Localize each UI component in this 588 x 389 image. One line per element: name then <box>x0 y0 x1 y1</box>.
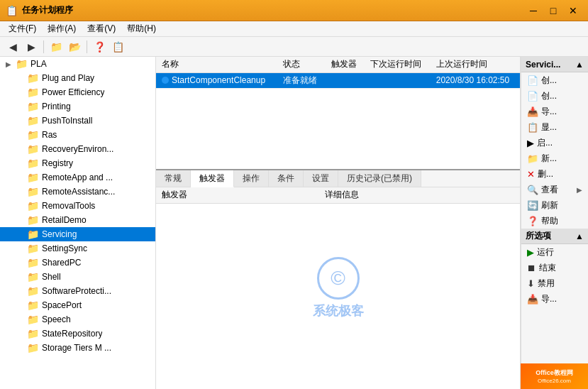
window-controls: ─ □ ✕ <box>524 3 582 18</box>
task-name: StartComponentCleanup <box>172 75 265 85</box>
minimize-button[interactable]: ─ <box>524 3 543 18</box>
task-next-run <box>365 72 431 89</box>
right-action-create1[interactable]: 📄 创... <box>521 72 588 88</box>
sidebar-item-15[interactable]: 📁 SoftwareProtecti... <box>0 284 155 298</box>
sidebar-label-4: Ras <box>42 130 57 140</box>
sidebar-label-3: PushToInstall <box>42 116 92 126</box>
maximize-button[interactable]: □ <box>544 3 562 18</box>
sidebar-item-11[interactable]: 📁 Servicing <box>0 227 155 241</box>
right-action-import[interactable]: 📥 导... <box>521 104 588 119</box>
tab-conditions[interactable]: 条件 <box>269 170 304 187</box>
folder-icon: 📁 <box>27 158 39 169</box>
status-dot <box>162 77 169 84</box>
sidebar-item-16[interactable]: 📁 SpacePort <box>0 298 155 312</box>
back-button[interactable]: ◀ <box>4 39 21 55</box>
folder-icon: 📁 <box>27 285 39 297</box>
sidebar-item-2[interactable]: 📁 Printing <box>0 99 155 114</box>
col-name[interactable]: 名称 <box>156 57 277 72</box>
create1-icon: 📄 <box>527 75 538 86</box>
disable-icon: ⬇ <box>527 278 535 289</box>
main-container: ▶ 📁 PLA 📁 Plug and Play 📁 Power Efficien… <box>0 57 588 389</box>
right-action-create2[interactable]: 📄 创... <box>521 88 588 104</box>
sidebar-item-12[interactable]: 📁 SettingSync <box>0 241 155 256</box>
col-last-run[interactable]: 上次运行时间 <box>431 57 520 72</box>
tab-history[interactable]: 历史记录(已禁用) <box>338 170 421 187</box>
sidebar-label-19: Storage Tiers M ... <box>42 343 111 353</box>
folder-icon: 📁 <box>16 58 28 70</box>
right-section-title-2: 所选项 <box>526 230 551 242</box>
refresh-label: 刷新 <box>541 199 558 212</box>
right-action-end[interactable]: ⏹ 结束 <box>521 260 588 275</box>
sidebar-item-9[interactable]: 📁 RemovalTools <box>0 199 155 213</box>
sidebar-item-0[interactable]: 📁 Plug and Play <box>0 71 155 85</box>
sidebar-item-17[interactable]: 📁 Speech <box>0 312 155 327</box>
bottom-watermark: Office教程网 Office26.com <box>521 363 588 389</box>
right-action-view[interactable]: 🔍 查看 ▶ <box>521 182 588 197</box>
right-action-help[interactable]: ❓ 帮助 <box>521 213 588 229</box>
sidebar-item-10[interactable]: 📁 RetailDemo <box>0 213 155 227</box>
sidebar-root-pla[interactable]: ▶ 📁 PLA <box>0 57 155 71</box>
sidebar-item-18[interactable]: 📁 StateRepository <box>0 327 155 341</box>
sidebar-item-5[interactable]: 📁 RecoveryEnviron... <box>0 142 155 156</box>
tab-settings[interactable]: 设置 <box>304 170 338 187</box>
detail-table-container[interactable]: 触发器 详细信息 © 系统极客 <box>156 187 520 389</box>
right-action-run[interactable]: ▶ 运行 <box>521 244 588 260</box>
folder2-button[interactable]: 📂 <box>66 39 83 55</box>
sidebar-item-3[interactable]: 📁 PushToInstall <box>0 114 155 128</box>
show-label: 显... <box>541 121 557 133</box>
sidebar-item-4[interactable]: 📁 Ras <box>0 128 155 142</box>
folder-icon: 📁 <box>27 257 39 268</box>
right-action-enable[interactable]: ▶ 启... <box>521 135 588 150</box>
right-action-show[interactable]: 📋 显... <box>521 119 588 135</box>
tab-triggers[interactable]: 触发器 <box>191 170 234 187</box>
right-action-export[interactable]: 📥 导... <box>521 291 588 307</box>
folder-button[interactable]: 📁 <box>48 39 65 55</box>
watermark: © 系统极客 <box>313 257 364 319</box>
right-action-disable[interactable]: ⬇ 禁用 <box>521 275 588 291</box>
close-button[interactable]: ✕ <box>564 3 582 18</box>
view-label: 查看 <box>541 184 558 196</box>
col-trigger[interactable]: 触发器 <box>326 57 365 72</box>
sidebar-item-19[interactable]: 📁 Storage Tiers M ... <box>0 341 155 355</box>
detail-col-detail[interactable]: 详细信息 <box>319 187 520 203</box>
menu-help[interactable]: 帮助(H) <box>121 21 162 36</box>
sidebar-label-1: Power Efficiency <box>42 87 104 97</box>
detail-button[interactable]: 📋 <box>109 39 126 55</box>
sidebar-item-7[interactable]: 📁 RemoteApp and ... <box>0 170 155 185</box>
import-label: 导... <box>541 106 557 118</box>
tab-actions[interactable]: 操作 <box>234 170 269 187</box>
tab-general[interactable]: 常规 <box>156 170 191 187</box>
folder-icon: 📁 <box>27 101 39 112</box>
detail-col-trigger[interactable]: 触发器 <box>156 187 319 203</box>
folder-icon: 📁 <box>27 129 39 141</box>
watermark-url: Office26.com <box>536 378 573 384</box>
right-action-new[interactable]: 📁 新... <box>521 150 588 166</box>
folder-icon: 📁 <box>27 115 39 126</box>
right-action-delete[interactable]: ✕ 删... <box>521 166 588 182</box>
folder-icon: 📁 <box>27 87 39 98</box>
col-status[interactable]: 状态 <box>277 57 326 72</box>
right-action-refresh[interactable]: 🔄 刷新 <box>521 197 588 213</box>
help-button[interactable]: ❓ <box>91 39 108 55</box>
sidebar-item-13[interactable]: 📁 SharedPC <box>0 256 155 270</box>
new-icon: 📁 <box>527 153 538 164</box>
new-label: 新... <box>541 153 557 165</box>
col-next-run[interactable]: 下次运行时间 <box>365 57 431 72</box>
sidebar-label-0: Plug and Play <box>42 73 94 83</box>
sidebar-item-8[interactable]: 📁 RemoteAssistanc... <box>0 185 155 199</box>
enable-label: 启... <box>537 137 553 149</box>
task-status: 准备就绪 <box>277 72 326 89</box>
sidebar-item-1[interactable]: 📁 Power Efficiency <box>0 85 155 99</box>
sidebar-item-14[interactable]: 📁 Shell <box>0 270 155 284</box>
menu-file[interactable]: 文件(F) <box>3 21 42 36</box>
sidebar-label-15: SoftwareProtecti... <box>42 286 111 296</box>
table-row[interactable]: StartComponentCleanup 准备就绪 2020/8/30 16:… <box>156 72 520 89</box>
right-section-header-2: 所选项 ▲ <box>521 229 588 244</box>
menu-action[interactable]: 操作(A) <box>42 21 82 36</box>
folder-icon: 📁 <box>27 314 39 325</box>
menu-view[interactable]: 查看(V) <box>82 21 121 36</box>
forward-button[interactable]: ▶ <box>23 39 40 55</box>
sidebar-item-6[interactable]: 📁 Registry <box>0 156 155 170</box>
title-text: 任务计划程序 <box>22 4 524 16</box>
task-table-container[interactable]: 名称 状态 触发器 下次运行时间 上次运行时间 StartComponentCl… <box>156 57 520 170</box>
